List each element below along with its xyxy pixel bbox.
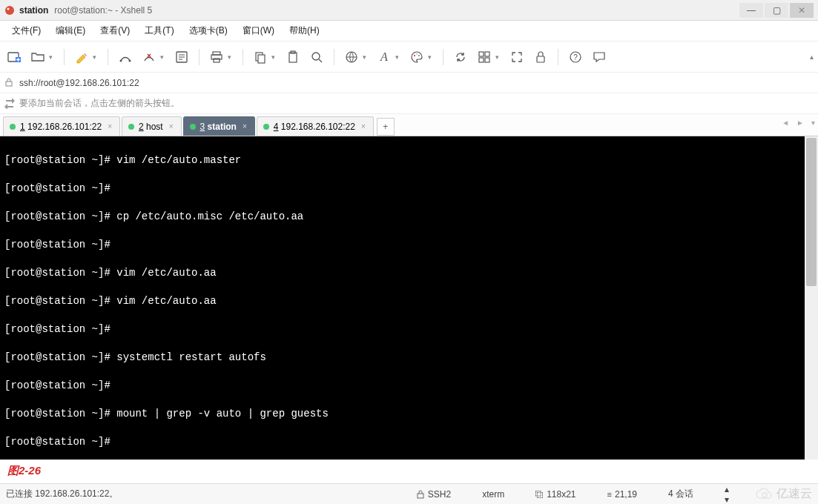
status-updown-icon[interactable]: ▴▾	[725, 484, 729, 505]
address-bar: ssh://root@192.168.26.101:22	[0, 73, 818, 93]
tab-close-icon[interactable]: ×	[108, 122, 112, 130]
svg-rect-26	[6, 82, 12, 86]
toolbar-separator	[108, 49, 108, 65]
chat-icon[interactable]	[591, 49, 607, 65]
grid-icon[interactable]	[476, 49, 492, 65]
menu-file[interactable]: 文件(F)	[6, 21, 47, 40]
scrollbar-thumb[interactable]	[806, 138, 817, 286]
dropdown-icon[interactable]: ▾	[363, 53, 369, 61]
dropdown-icon[interactable]: ▾	[228, 53, 234, 61]
paste-icon[interactable]	[285, 49, 301, 65]
terminal-line: [root@station ~]# vim /etc/auto.master	[4, 153, 800, 168]
status-term: xterm	[482, 489, 504, 500]
minimize-button[interactable]: —	[739, 3, 763, 18]
help-icon[interactable]: ?	[567, 49, 584, 65]
address-text[interactable]: ssh://root@192.168.26.101:22	[19, 78, 139, 88]
scrollbar[interactable]	[805, 136, 818, 460]
menu-tools[interactable]: 工具(T)	[139, 21, 179, 40]
dropdown-icon[interactable]: ▾	[395, 53, 401, 61]
close-button[interactable]: ✕	[790, 3, 814, 18]
menu-view[interactable]: 查看(V)	[94, 21, 136, 40]
open-folder-icon[interactable]	[30, 49, 46, 65]
add-tab-button[interactable]: +	[377, 118, 395, 136]
svg-point-14	[312, 53, 320, 60]
properties-icon[interactable]	[174, 49, 190, 65]
copy-icon[interactable]	[252, 49, 268, 65]
svg-rect-27	[418, 494, 423, 498]
svg-point-17	[416, 53, 418, 55]
svg-rect-23	[537, 56, 544, 62]
session-tab-4[interactable]: 4 192.168.26.102:22 ×	[257, 116, 374, 136]
menu-window[interactable]: 窗口(W)	[237, 21, 280, 40]
terminal-line: [root@station ~]# vim /etc/auto.aa	[4, 294, 800, 308]
session-tab-1[interactable]: 1 192.168.26.101:22 ×	[3, 116, 120, 136]
toolbar: ▾ ▾ ▾ ▾ ▾ ▾ A▾ ▾ ▾ ? ▴	[0, 42, 818, 73]
dropdown-icon[interactable]: ▾	[495, 53, 501, 61]
status-dot-icon	[263, 124, 269, 130]
tab-close-icon[interactable]: ×	[361, 122, 366, 130]
scroll-right-icon[interactable]: ►	[796, 119, 804, 127]
session-tabs: 1 192.168.26.101:22 × 2 host × 3 station…	[0, 114, 818, 136]
watermark: 亿速云	[754, 486, 812, 502]
toolbar-separator	[334, 49, 334, 65]
session-tab-2[interactable]: 2 host ×	[122, 116, 182, 136]
svg-point-0	[5, 6, 14, 15]
status-protocol: SSH2	[416, 489, 451, 500]
tab-close-icon[interactable]: ×	[243, 122, 247, 130]
refresh-icon[interactable]	[452, 49, 469, 65]
terminal-line: [root@station ~]# vim /etc/auto.aa	[4, 266, 800, 280]
dropdown-icon[interactable]: ▾	[49, 53, 55, 61]
menu-edit[interactable]: 编辑(E)	[50, 21, 91, 40]
lock-mini-icon	[416, 490, 425, 499]
svg-rect-22	[485, 58, 489, 62]
pencil-icon[interactable]	[73, 49, 90, 65]
new-session-icon[interactable]	[6, 49, 22, 65]
lock-small-icon	[4, 78, 15, 88]
menu-help[interactable]: 帮助(H)	[283, 21, 326, 40]
status-position: ≡ 21,19	[607, 489, 637, 500]
terminal[interactable]: [root@station ~]# vim /etc/auto.master […	[0, 136, 805, 460]
hint-bar: 要添加当前会话，点击左侧的箭头按钮。	[0, 93, 818, 114]
terminal-line: [root@station ~]# mount | grep -v auto |…	[4, 407, 800, 421]
scroll-left-icon[interactable]: ◄	[782, 119, 789, 127]
session-tab-3[interactable]: 3 station ×	[183, 116, 255, 136]
disconnect-icon[interactable]	[141, 49, 157, 65]
terminal-line: [root@station ~]# systemctl restart auto…	[4, 351, 800, 365]
palette-icon[interactable]	[409, 49, 425, 65]
printer-icon[interactable]	[208, 49, 225, 65]
tab-menu-icon[interactable]: ▾	[811, 119, 815, 127]
tab-label: 1 192.168.26.101:22	[20, 122, 102, 132]
toolbar-separator	[64, 49, 65, 65]
status-dot-icon	[10, 124, 16, 130]
terminal-line: [root@station ~]#	[4, 379, 800, 393]
tab-label: 2 host	[139, 122, 163, 132]
status-right-group: SSH2 xterm ⿻ 118x21 ≡ 21,19 4 会话 ▴▾ 亿速云	[416, 484, 812, 505]
terminal-line: [root@station ~]# cp /etc/auto.misc /etc…	[4, 210, 800, 224]
hint-arrow-icon[interactable]	[4, 99, 15, 109]
terminal-line: [root@station ~]#	[4, 182, 800, 196]
reconnect-icon[interactable]	[117, 49, 133, 65]
lock-icon[interactable]	[532, 49, 549, 65]
menu-tabs[interactable]: 选项卡(B)	[183, 21, 234, 40]
svg-point-28	[762, 493, 767, 497]
terminal-line: [root@station ~]#	[4, 322, 800, 336]
maximize-button[interactable]: ▢	[765, 3, 788, 18]
svg-rect-19	[479, 52, 484, 56]
dropdown-icon[interactable]: ▾	[271, 53, 277, 61]
svg-text:?: ?	[573, 53, 578, 62]
dropdown-icon[interactable]: ▾	[160, 53, 166, 61]
search-icon[interactable]	[309, 49, 325, 65]
fullscreen-icon[interactable]	[509, 49, 525, 65]
terminal-area: [root@station ~]# vim /etc/auto.master […	[0, 136, 818, 460]
font-icon[interactable]: A	[376, 49, 392, 65]
dropdown-icon[interactable]: ▾	[93, 53, 99, 61]
menu-bar: 文件(F) 编辑(E) 查看(V) 工具(T) 选项卡(B) 窗口(W) 帮助(…	[0, 21, 818, 42]
toolbar-collapse-icon[interactable]: ▴	[810, 53, 814, 61]
window-controls: — ▢ ✕	[739, 3, 814, 18]
globe-icon[interactable]	[343, 49, 360, 65]
svg-point-16	[414, 55, 415, 56]
svg-point-5	[129, 59, 131, 62]
tab-close-icon[interactable]: ×	[169, 122, 174, 130]
title-bar: station root@station:~ - Xshell 5 — ▢ ✕	[0, 0, 818, 21]
dropdown-icon[interactable]: ▾	[428, 53, 434, 61]
